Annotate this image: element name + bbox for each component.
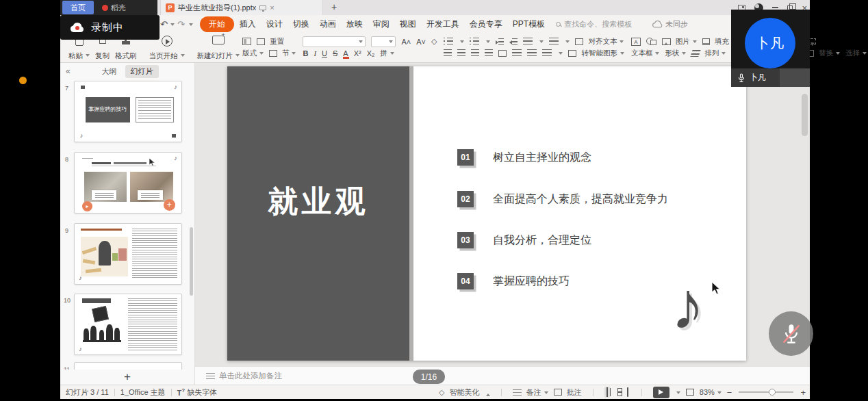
theme-label[interactable]: 1_Office 主题 xyxy=(120,387,166,398)
align-center-icon[interactable] xyxy=(457,49,465,57)
redo-icon[interactable]: ↷ xyxy=(177,19,185,29)
collapse-panel-icon[interactable]: « xyxy=(66,66,71,76)
picture-button[interactable]: 图片 xyxy=(662,37,697,47)
agenda-item-2[interactable]: 02 全面提高个人素质，提高就业竞争力 xyxy=(457,190,668,208)
line-spacing-dropdown-icon[interactable] xyxy=(565,40,570,45)
tab-member[interactable]: 会员专享 xyxy=(470,18,502,30)
subscript-button[interactable]: X₂ xyxy=(367,49,375,57)
new-tab-button[interactable]: + xyxy=(329,1,340,12)
underline-button[interactable]: U xyxy=(322,49,327,57)
paragraph-spacing-icon[interactable] xyxy=(542,49,552,57)
numbered-dropdown-icon[interactable] xyxy=(486,40,490,45)
numbered-list-icon[interactable] xyxy=(470,38,479,45)
textbox-button[interactable]: 文本框 xyxy=(631,49,660,58)
text-direction-icon[interactable] xyxy=(523,38,533,45)
tab-review[interactable]: 审阅 xyxy=(373,18,390,30)
pinyin-button[interactable]: 拼 xyxy=(380,49,394,58)
zoom-slider-knob[interactable] xyxy=(769,389,776,396)
slide-thumbnail-9[interactable]: ♪ xyxy=(74,223,182,285)
normal-view-button[interactable] xyxy=(604,387,610,398)
quick-toolbar-dropdown-icon[interactable] xyxy=(189,23,193,28)
align-text-button[interactable]: 对齐文本 xyxy=(575,37,624,47)
align-left-icon[interactable] xyxy=(444,49,452,57)
participant-video-tile[interactable]: 卜凡 卜凡 xyxy=(731,10,810,87)
font-name-combo[interactable] xyxy=(303,36,366,47)
distribute-icon[interactable] xyxy=(498,50,507,57)
tab-ppt-template[interactable]: PPT模板 xyxy=(513,18,545,30)
select-button[interactable]: 选择 xyxy=(845,49,867,58)
comments-button[interactable]: 批注 xyxy=(554,387,582,398)
text-direction-dropdown-icon[interactable] xyxy=(539,40,544,45)
shape-button[interactable]: 形状 xyxy=(665,49,686,58)
decrease-indent-icon[interactable] xyxy=(496,38,504,45)
close-document-icon[interactable]: × xyxy=(270,3,274,12)
notes-bar[interactable]: 单击此处添加备注 xyxy=(195,366,810,385)
music-note-graphic[interactable]: ♪ xyxy=(671,272,704,339)
tab-transition[interactable]: 切换 xyxy=(293,18,309,30)
tab-devtools[interactable]: 开发工具 xyxy=(426,18,459,30)
layout-icon[interactable] xyxy=(242,38,251,45)
bold-button[interactable]: B xyxy=(303,49,308,57)
column-spacing-icon[interactable] xyxy=(512,49,522,57)
minimize-button[interactable] xyxy=(772,7,778,8)
increase-indent-icon[interactable] xyxy=(509,38,518,45)
smart-graphic-button[interactable]: 转智能图形 xyxy=(568,49,624,58)
bullet-list-icon[interactable] xyxy=(444,38,453,45)
command-search[interactable]: 查找命令、搜索模板 xyxy=(556,19,632,29)
zoom-out-button[interactable]: − xyxy=(727,387,732,398)
tab-slideshow[interactable]: 放映 xyxy=(346,18,363,30)
new-slide-button[interactable]: 新建幻灯片 xyxy=(194,34,243,60)
italic-button[interactable]: I xyxy=(314,49,316,57)
panel-scrollbar-thumb[interactable] xyxy=(190,227,193,296)
reset-button[interactable]: 重置 xyxy=(257,37,284,47)
slideshow-dropdown-icon[interactable] xyxy=(676,391,680,396)
slide-thumbnail-10[interactable]: ♪ xyxy=(74,294,182,355)
paragraph-spacing-dropdown-icon[interactable] xyxy=(559,52,563,57)
tab-design[interactable]: 设计 xyxy=(266,18,283,30)
layout-button[interactable]: 版式 xyxy=(242,49,264,58)
slideshow-play-button[interactable] xyxy=(653,387,669,398)
agenda-item-1[interactable]: 01 树立自主择业的观念 xyxy=(457,148,591,166)
shapes-icon[interactable] xyxy=(646,38,656,45)
mute-microphone-button[interactable] xyxy=(769,311,813,356)
superscript-button[interactable]: X² xyxy=(354,49,361,57)
outline-tab[interactable]: 大纲 xyxy=(97,65,123,78)
agenda-item-3[interactable]: 03 自我分析，合理定位 xyxy=(457,231,591,249)
smart-beautify-button[interactable]: ◇ 智能美化 xyxy=(439,387,490,398)
document-tab[interactable]: P 毕业生就业指导(1).pptx × xyxy=(160,0,323,15)
font-color-button[interactable]: A xyxy=(343,49,348,57)
undo-dropdown-icon[interactable] xyxy=(170,23,175,28)
increase-font-button[interactable]: A˄ xyxy=(401,38,411,46)
home-tab[interactable]: 首页 xyxy=(62,1,94,14)
sync-status[interactable]: 未同步 xyxy=(652,15,688,33)
align-right-icon[interactable] xyxy=(471,49,479,57)
zoom-in-button[interactable]: + xyxy=(800,387,806,398)
tab-home-ribbon[interactable]: 开始 xyxy=(200,16,234,32)
fit-window-icon[interactable] xyxy=(686,389,694,396)
textbox-icon[interactable]: A xyxy=(631,38,641,46)
tab-view[interactable]: 视图 xyxy=(400,18,416,30)
replace-button[interactable]: 替换 xyxy=(806,49,840,58)
decrease-font-button[interactable]: A˅ xyxy=(416,38,426,46)
slide-title-panel[interactable]: 就业观 xyxy=(227,66,409,361)
canvas-scrollbar-thumb[interactable] xyxy=(802,94,808,136)
current-slide[interactable]: 就业观 01 树立自主择业的观念 02 全面提高个人素质，提高就业竞争力 03 … xyxy=(227,66,746,361)
bullet-dropdown-icon[interactable] xyxy=(460,40,464,45)
row-spacing-icon[interactable] xyxy=(527,49,537,57)
docer-tab[interactable]: 稻壳 xyxy=(98,0,130,15)
sorter-view-button[interactable] xyxy=(615,391,620,393)
line-spacing-icon[interactable] xyxy=(549,38,559,45)
reading-view-button[interactable] xyxy=(625,387,630,398)
agenda-item-4[interactable]: 04 掌握应聘的技巧 xyxy=(457,272,570,290)
clear-format-icon[interactable]: ◇ xyxy=(431,37,437,46)
strikethrough-button[interactable]: S xyxy=(333,49,337,57)
arrange-button[interactable]: 排列 xyxy=(691,49,726,58)
tab-animation[interactable]: 动画 xyxy=(320,18,336,30)
missing-font-label[interactable]: 缺失字体 xyxy=(187,387,217,398)
present-mode-icon[interactable] xyxy=(259,5,266,10)
slide-thumbnail-8[interactable]: ▸ + ♪ xyxy=(74,152,182,214)
slide-thumbnail-7[interactable]: ♪ 掌握应聘的技巧 ♪ xyxy=(74,81,182,142)
notes-button[interactable]: 备注 xyxy=(513,387,548,398)
slide-thumbnail-11[interactable] xyxy=(74,362,182,370)
justify-icon[interactable] xyxy=(485,49,493,57)
